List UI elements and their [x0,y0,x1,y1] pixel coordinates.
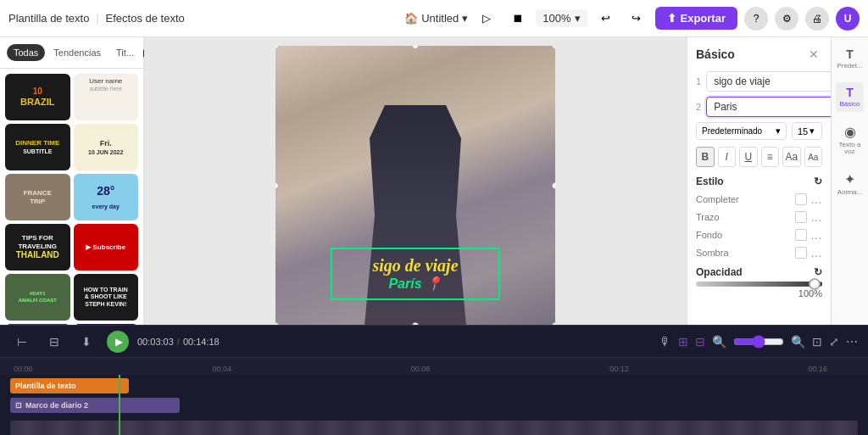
play-icon: ▶ [115,336,123,348]
font-size-control[interactable]: 15 ▾ [792,122,822,140]
right-icon-texto-label: Texto a voz [835,142,865,157]
list-item[interactable]: dinner timesubtitle [5,124,70,170]
export-icon: ⬆ [667,12,676,25]
panels-right: Básico ✕ 1 2 Predeterminado ▾ [687,37,868,325]
zoom-slider[interactable] [733,335,784,349]
style-row-sombra: Sombra … [696,246,822,259]
settings-button[interactable]: ⚙ [775,7,798,31]
italic-button[interactable]: I [718,147,737,167]
menu-efectos[interactable]: Efectos de texto [106,12,185,25]
time-display: 00:03:03 / 00:14:18 [137,337,220,347]
opacity-thumb[interactable] [809,278,821,290]
panel-close-button[interactable]: ✕ [805,46,822,63]
video-track-row [10,419,858,435]
fit-icon[interactable]: ⊡ [812,335,822,349]
topbar-left: Plantilla de texto | Efectos de texto [8,12,398,25]
zoom-control[interactable]: 100% ▾ [536,9,587,27]
right-icon-basico[interactable]: T Básico [836,82,863,112]
list-item[interactable]: Fri.10 JUN 2022 [74,124,139,170]
style-check-sombra: … [795,246,822,259]
playback-bar: ⊢ ⊟ ⬇ ▶ 00:03:03 / 00:14:18 🎙 ⊞ ⊟ 🔍 🔍 ⊡ … [0,326,868,358]
text-icon: T [846,47,854,61]
list-item[interactable]: TIPS FORTRAVELINGTHAILAND [5,224,70,270]
underline-button[interactable]: U [739,147,758,167]
tab-tit[interactable]: Tit... [109,44,141,61]
bold-button[interactable]: B [696,147,715,167]
right-icon-texto-voz[interactable]: ◉ Texto a voz [832,120,868,160]
stop-button[interactable]: ⏹ [505,7,529,31]
track-controls [0,375,10,435]
input-num-1: 1 [696,76,701,86]
split2-icon[interactable]: ⊟ [695,335,705,349]
style-row-fondo: Fondo … [696,228,822,242]
opacity-slider[interactable] [696,282,822,287]
list-item[interactable]: #day1Amalfi coast [5,274,70,321]
export-button[interactable]: ⬆ Exportar [655,7,737,30]
overlay-text-sub: París 📍 [346,276,485,292]
menu-plantilla[interactable]: Plantilla de texto [8,12,89,25]
track-clip-plantilla[interactable]: Plantilla de texto [10,378,129,393]
mic-icon[interactable]: 🎙 [659,335,671,349]
zoom-in-icon[interactable]: 🔍 [791,335,805,349]
track-clip-marco[interactable]: ⊡ Marco de diario 2 [10,398,180,413]
download-button[interactable]: ⬇ [75,330,98,354]
redo-button[interactable]: ↪ [625,7,648,31]
style-refresh-icon[interactable]: ↻ [814,176,822,187]
list-item[interactable]: User namesubtitle here [74,74,139,120]
align-button[interactable]: ≡ [761,147,780,167]
checkbox-trazo[interactable] [795,211,807,223]
list-item[interactable]: ALL-STARGAME [74,324,139,325]
tab-todas[interactable]: Todas [7,44,45,61]
handle-bottom-right[interactable] [552,322,555,325]
zoom-out-icon[interactable]: 🔍 [712,335,726,349]
expand-icon[interactable]: ⤢ [829,335,839,349]
list-item[interactable]: HOW TO TRAIN& SHOOT LIKESTEPH KEVIN! [74,274,139,321]
format-row: B I U ≡ Aa Aa [696,147,822,167]
text-input-1[interactable] [706,71,831,92]
canvas-wrapper[interactable]: sigo de viaje París 📍 ↻ [275,46,555,325]
checkbox-sombra[interactable] [795,247,807,259]
total-time: 00:14:18 [183,337,220,347]
more-icon[interactable]: ⋯ [846,335,858,349]
delete-button[interactable]: ⊟ [42,330,66,354]
style-check-fondo: … [795,228,822,242]
list-item[interactable]: 10 BRAZIL [5,74,70,120]
list-item[interactable]: ▶ Subscribe [74,224,139,270]
style-aa-button[interactable]: Aa [804,147,823,167]
chevron-zoom-icon: ▾ [575,12,581,25]
play-button[interactable]: ▶ [107,331,129,353]
list-item[interactable]: UNITED STATESFRANCE [5,324,70,325]
handle-bottom-mid[interactable] [412,322,419,325]
opacity-refresh-icon[interactable]: ↻ [814,266,822,278]
list-item[interactable]: 28°every day [74,174,139,220]
text-input-2[interactable] [706,97,831,117]
play-button[interactable]: ▷ [475,7,498,31]
case-button[interactable]: Aa [782,147,801,167]
checkbox-fondo[interactable] [795,229,807,241]
style-menu-trazo[interactable]: … [810,210,822,224]
text-overlay[interactable]: sigo de viaje París 📍 [331,248,500,300]
playhead[interactable] [119,375,120,435]
list-item[interactable]: FranceTrip [5,174,70,220]
checkbox-completer[interactable] [795,193,807,205]
user-avatar[interactable]: U [836,7,860,31]
style-menu-sombra[interactable]: … [810,246,822,259]
trim-button[interactable]: ⊢ [10,330,34,354]
share-button[interactable]: 🖨 [805,7,829,31]
help-button[interactable]: ? [744,7,768,31]
handle-mid-right[interactable] [552,182,555,189]
right-icon-predet[interactable]: T Predet... [833,44,865,74]
undo-button[interactable]: ↩ [594,7,618,31]
ruler-mark: 00:16 [809,365,859,373]
split-icon[interactable]: ⊞ [678,335,688,349]
document-title[interactable]: 🏠 Untitled ▾ [404,12,468,25]
right-icon-basico-label: Básico [839,101,860,109]
right-icon-anima[interactable]: ✦ Anima... [834,168,865,200]
style-menu-fondo[interactable]: … [810,228,822,242]
export-label: Exportar [681,12,726,25]
video-track[interactable] [10,421,858,435]
style-menu-completer[interactable]: … [810,192,822,206]
font-selector[interactable]: Predeterminado ▾ [696,122,787,140]
text-input-row-1: 1 [696,71,822,92]
tab-tendencias[interactable]: Tendencias [47,44,108,61]
